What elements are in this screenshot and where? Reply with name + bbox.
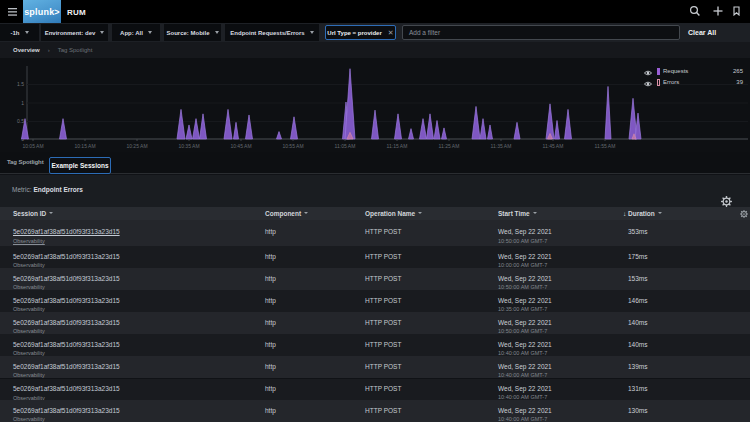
- svg-text:0.5: 0.5: [17, 118, 24, 124]
- svg-text:10:05 AM: 10:05 AM: [22, 143, 43, 149]
- svg-text:10:35 AM: 10:35 AM: [178, 143, 199, 149]
- svg-text:11:35 AM: 11:35 AM: [491, 143, 512, 149]
- svg-text:11:05 AM: 11:05 AM: [335, 143, 356, 149]
- svg-text:1: 1: [21, 100, 24, 106]
- svg-text:1.5: 1.5: [17, 81, 24, 87]
- svg-text:11:15 AM: 11:15 AM: [387, 143, 408, 149]
- svg-text:10:45 AM: 10:45 AM: [230, 143, 251, 149]
- svg-text:10:15 AM: 10:15 AM: [74, 143, 95, 149]
- svg-text:11:25 AM: 11:25 AM: [439, 143, 460, 149]
- svg-text:11:55 AM: 11:55 AM: [595, 143, 616, 149]
- svg-text:10:25 AM: 10:25 AM: [126, 143, 147, 149]
- svg-text:11:45 AM: 11:45 AM: [543, 143, 564, 149]
- svg-text:10:55 AM: 10:55 AM: [282, 143, 303, 149]
